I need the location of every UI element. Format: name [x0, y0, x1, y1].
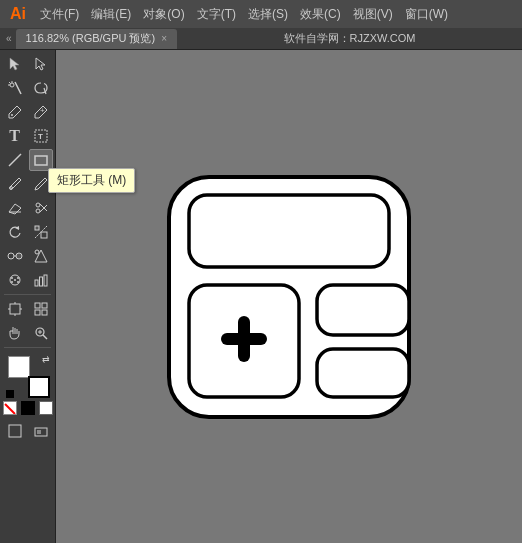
menu-object[interactable]: 对象(O) — [137, 4, 190, 25]
area-type-button[interactable]: T — [29, 125, 53, 147]
none-color-row — [2, 401, 53, 415]
menu-edit[interactable]: 编辑(E) — [85, 4, 137, 25]
svg-point-6 — [11, 114, 13, 116]
svg-rect-32 — [39, 277, 42, 286]
canvas-background — [109, 77, 469, 517]
tool-row-5 — [2, 149, 53, 171]
menu-view[interactable]: 视图(V) — [347, 4, 399, 25]
svg-rect-51 — [189, 195, 389, 267]
eraser-button[interactable] — [3, 197, 27, 219]
magic-wand-button[interactable] — [3, 77, 27, 99]
svg-rect-56 — [317, 349, 409, 397]
svg-point-14 — [36, 203, 40, 207]
tab-watermark: 软件自学网：RJZXW.COM — [177, 31, 522, 46]
menu-bar: 文件(F) 编辑(E) 对象(O) 文字(T) 选择(S) 效果(C) 视图(V… — [34, 4, 454, 25]
white-swatch[interactable] — [39, 401, 53, 415]
svg-rect-33 — [44, 275, 47, 286]
svg-line-4 — [9, 82, 11, 84]
default-colors-icon[interactable] — [6, 390, 14, 398]
tab-bar: « 116.82% (RGB/GPU 预览) × 软件自学网：RJZXW.COM — [0, 28, 522, 50]
select-tool-button[interactable] — [3, 53, 27, 75]
line-tool-button[interactable] — [3, 149, 27, 171]
shaper-button[interactable] — [29, 245, 53, 267]
tool-row-10 — [2, 269, 53, 291]
svg-line-0 — [15, 82, 21, 94]
title-bar: Ai 文件(F) 编辑(E) 对象(O) 文字(T) 选择(S) 效果(C) 视… — [0, 0, 522, 28]
hand-button[interactable] — [3, 322, 27, 344]
tool-divider-2 — [4, 347, 51, 348]
artboard-button[interactable] — [3, 298, 27, 320]
change-screen-mode-button[interactable] — [3, 420, 27, 442]
tool-row-7 — [2, 197, 53, 219]
column-graph-button[interactable] — [29, 269, 53, 291]
color-swatch-row: ⇄ — [2, 354, 53, 398]
svg-rect-49 — [37, 430, 41, 434]
direct-select-tool-button[interactable] — [29, 53, 53, 75]
stroke-swatch[interactable] — [28, 376, 50, 398]
tool-row-4: T T — [2, 125, 53, 147]
svg-point-15 — [36, 209, 40, 213]
svg-point-28 — [14, 279, 16, 281]
tool-row-11 — [2, 298, 53, 320]
tool-row-6 — [2, 173, 53, 195]
svg-rect-55 — [317, 285, 409, 335]
tab-label: 116.82% (RGB/GPU 预览) — [26, 31, 156, 46]
svg-rect-41 — [35, 310, 40, 315]
zoom-button[interactable] — [29, 322, 53, 344]
svg-point-26 — [11, 277, 13, 279]
active-tab[interactable]: 116.82% (RGB/GPU 预览) × — [16, 29, 177, 49]
svg-point-21 — [8, 253, 14, 259]
rotate-button[interactable] — [3, 221, 27, 243]
svg-line-5 — [15, 106, 17, 108]
menu-window[interactable]: 窗口(W) — [399, 4, 454, 25]
blend-button[interactable] — [3, 245, 27, 267]
add-anchor-button[interactable]: + — [29, 101, 53, 123]
app-logo: Ai — [4, 5, 32, 23]
tab-scroll-left[interactable]: « — [4, 33, 14, 44]
svg-text:+: + — [40, 106, 45, 115]
type-tool-button[interactable]: T — [3, 125, 27, 147]
calculator-icon-artwork — [149, 157, 429, 437]
pen-tool-button[interactable] — [3, 101, 27, 123]
symbol-button[interactable] — [3, 269, 27, 291]
toolbar: + T T — [0, 50, 56, 543]
svg-rect-11 — [35, 156, 47, 165]
svg-rect-39 — [35, 303, 40, 308]
tool-row-3: + — [2, 101, 53, 123]
slice-button[interactable] — [29, 298, 53, 320]
svg-rect-19 — [41, 232, 47, 238]
svg-point-12 — [9, 187, 12, 190]
tab-close-button[interactable]: × — [161, 33, 167, 44]
svg-rect-54 — [238, 316, 250, 362]
main-area: + T T — [0, 50, 522, 543]
svg-point-30 — [17, 281, 19, 283]
svg-point-27 — [17, 277, 19, 279]
scale-button[interactable] — [29, 221, 53, 243]
svg-rect-40 — [42, 303, 47, 308]
scissors-button[interactable] — [29, 197, 53, 219]
swap-colors-icon[interactable]: ⇄ — [42, 354, 50, 364]
svg-rect-47 — [9, 425, 21, 437]
tooltip: 矩形工具 (M) — [48, 168, 135, 193]
menu-type[interactable]: 文字(T) — [191, 4, 242, 25]
black-swatch[interactable] — [21, 401, 35, 415]
canvas-area — [56, 50, 522, 543]
menu-effect[interactable]: 效果(C) — [294, 4, 347, 25]
menu-select[interactable]: 选择(S) — [242, 4, 294, 25]
svg-line-44 — [43, 335, 47, 339]
menu-file[interactable]: 文件(F) — [34, 4, 85, 25]
svg-line-17 — [40, 205, 47, 212]
svg-rect-34 — [10, 304, 20, 314]
svg-point-1 — [10, 83, 14, 87]
svg-line-16 — [40, 204, 47, 211]
svg-rect-42 — [42, 310, 47, 315]
drawing-mode-button[interactable] — [29, 420, 53, 442]
paintbrush-button[interactable] — [3, 173, 27, 195]
svg-text:T: T — [38, 132, 43, 141]
tool-row-8 — [2, 221, 53, 243]
fill-swatch[interactable] — [8, 356, 30, 378]
none-swatch[interactable] — [3, 401, 17, 415]
lasso-button[interactable] — [29, 77, 53, 99]
tool-row-bottom — [2, 420, 53, 442]
svg-rect-31 — [35, 280, 38, 286]
